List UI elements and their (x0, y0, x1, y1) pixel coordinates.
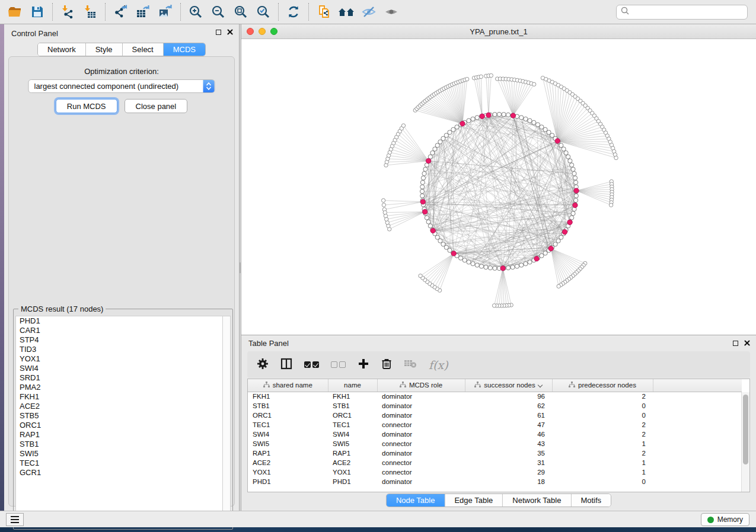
empty-box-icon (339, 361, 346, 368)
close-panel-icon[interactable] (227, 29, 233, 35)
mcds-result-item[interactable]: GCR1 (16, 468, 222, 477)
table-cell: dominator (377, 477, 465, 486)
run-mcds-button[interactable]: Run MCDS (56, 99, 117, 113)
table-cell: connector (377, 420, 465, 430)
delete-table-icon (404, 358, 417, 371)
zoom-fit-button[interactable] (231, 2, 251, 21)
column-header-name[interactable]: name (328, 379, 377, 392)
mcds-result-item[interactable]: TID3 (16, 345, 222, 354)
memory-status-button[interactable]: Memory (701, 513, 749, 526)
open-session-button[interactable] (5, 2, 25, 21)
tab-network[interactable]: Network (38, 43, 86, 56)
mcds-panel: Optimization criterion: largest connecte… (8, 56, 235, 507)
task-history-button[interactable] (6, 513, 24, 526)
mcds-result-item[interactable]: YOX1 (16, 354, 222, 364)
import-network-button[interactable] (58, 2, 78, 21)
toolbar-separator (52, 3, 53, 21)
table-cell: RAP1 (248, 448, 328, 458)
export-table-button[interactable] (133, 2, 153, 21)
float-panel-icon[interactable] (733, 341, 738, 346)
table-row[interactable]: STB1STB1dominator620 (248, 401, 742, 411)
close-panel-icon[interactable] (744, 340, 750, 346)
dropdown-stepper-icon (203, 80, 215, 92)
column-header-successor-nodes[interactable]: successor nodes (465, 379, 552, 392)
mcds-result-item[interactable]: PMA2 (16, 383, 222, 392)
zoom-selected-button[interactable] (253, 2, 273, 21)
network-window-titlebar[interactable]: YPA_prune.txt_1 (241, 24, 756, 39)
close-panel-button[interactable]: Close panel (125, 99, 188, 113)
tab-edge-table[interactable]: Edge Table (445, 494, 503, 507)
mcds-result-item[interactable]: ORC1 (16, 421, 222, 430)
mcds-result-item[interactable]: RAP1 (16, 430, 222, 440)
mcds-result-item[interactable]: FKH1 (16, 392, 222, 402)
select-all-columns-button[interactable] (304, 361, 319, 368)
function-builder-button[interactable]: f(x) (429, 358, 448, 371)
table-settings-button[interactable] (257, 358, 269, 371)
table-row[interactable]: TEC1TEC1connector472 (248, 420, 742, 430)
mcds-result-item[interactable]: ACE2 (16, 402, 222, 411)
table-row[interactable]: ACE2ACE2connector311 (248, 458, 742, 467)
tab-mcds[interactable]: MCDS (164, 43, 205, 56)
tab-node-table[interactable]: Node Table (387, 494, 445, 507)
table-row[interactable]: YOX1YOX1connector291 (248, 467, 742, 477)
mcds-result-item[interactable]: PHD1 (16, 316, 222, 326)
float-panel-icon[interactable] (216, 30, 221, 35)
hide-selected-button[interactable] (359, 2, 379, 21)
zoom-out-button[interactable] (208, 2, 228, 21)
first-neighbors-icon (337, 5, 355, 19)
criterion-dropdown[interactable]: largest connected component (undirected) (28, 79, 215, 93)
network-window-title: YPA_prune.txt_1 (241, 27, 756, 36)
column-header-predecessor-nodes[interactable]: predecessor nodes (552, 379, 653, 392)
table-cell-filler (653, 439, 742, 448)
table-row[interactable]: RAP1RAP1dominator352 (248, 448, 742, 458)
mcds-result-item[interactable]: CAR1 (16, 326, 222, 335)
splitter-grip[interactable] (240, 262, 241, 273)
search-input[interactable] (630, 8, 744, 16)
tab-select[interactable]: Select (123, 43, 164, 56)
table-cell: 47 (465, 420, 552, 430)
table-row[interactable]: PHD1PHD1dominator180 (248, 477, 742, 486)
table-scrollbar-thumb[interactable] (743, 395, 748, 464)
tab-style[interactable]: Style (86, 43, 123, 56)
mcds-result-item[interactable]: STP4 (16, 335, 222, 345)
show-column-panel-button[interactable] (280, 358, 292, 371)
tab-network-table[interactable]: Network Table (503, 494, 571, 507)
table-cell: ORC1 (328, 411, 377, 420)
mcds-result-item[interactable]: STB5 (16, 411, 222, 421)
zoom-selected-icon (256, 4, 271, 20)
add-column-button[interactable] (358, 358, 369, 371)
table-row[interactable]: SWI5SWI5connector431 (248, 439, 742, 448)
mcds-result-item[interactable]: SWI5 (16, 449, 222, 459)
table-cell: 18 (465, 477, 552, 486)
table-row[interactable]: FKH1FKH1dominator962 (248, 392, 742, 401)
network-canvas[interactable] (241, 39, 756, 335)
show-all-button[interactable] (381, 2, 401, 21)
plus-icon (358, 358, 369, 371)
zoom-in-button[interactable] (186, 2, 206, 21)
deselect-all-columns-button[interactable] (331, 361, 346, 368)
mcds-list-scrollbar[interactable] (222, 316, 231, 527)
refresh-view-button[interactable] (283, 2, 304, 21)
column-header-mcds-role[interactable]: MCDS role (377, 379, 465, 392)
import-table-button[interactable] (80, 2, 100, 21)
export-network-button[interactable] (110, 2, 130, 21)
table-row[interactable]: ORC1ORC1dominator610 (248, 411, 742, 420)
table-cell: 0 (552, 411, 653, 420)
export-image-button[interactable] (155, 2, 176, 21)
tab-motifs[interactable]: Motifs (571, 494, 611, 507)
table-row[interactable]: SWI4SWI4dominator462 (248, 430, 742, 439)
column-header-shared-name[interactable]: shared name (248, 379, 328, 392)
mcds-result-item[interactable]: SRD1 (16, 373, 222, 383)
mcds-result-item[interactable]: SWI4 (16, 364, 222, 373)
delete-column-button[interactable] (381, 358, 392, 371)
save-session-button[interactable] (27, 2, 47, 21)
mcds-result-item[interactable]: TEC1 (16, 459, 222, 468)
mcds-result-item[interactable]: STB1 (16, 440, 222, 449)
first-neighbors-button[interactable] (336, 2, 356, 21)
clone-network-button[interactable] (314, 2, 334, 21)
table-cell-filler (653, 477, 742, 486)
table-cell: TEC1 (248, 420, 328, 430)
table-cell: dominator (377, 392, 465, 401)
table-scrollbar[interactable] (741, 392, 749, 492)
delete-table-button[interactable] (404, 358, 417, 371)
